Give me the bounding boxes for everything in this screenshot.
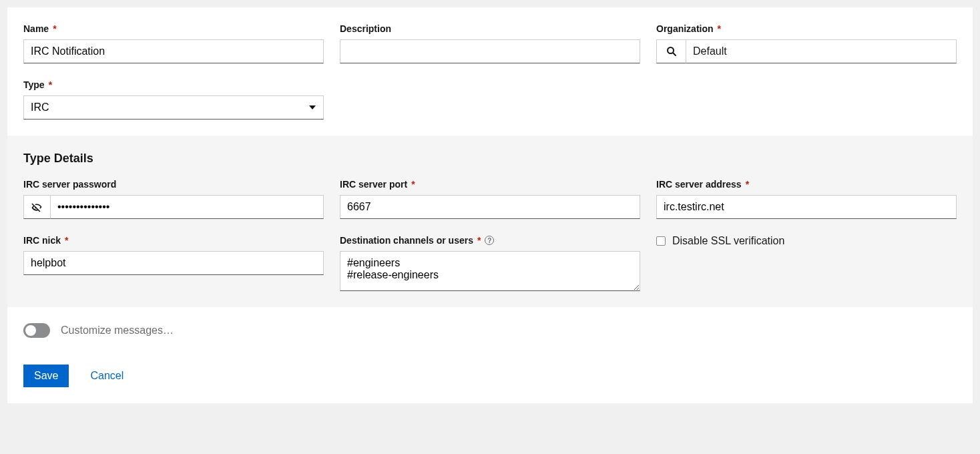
disable-ssl-label: Disable SSL verification (672, 235, 784, 247)
type-label: Type * (23, 79, 324, 90)
irc-address-field-wrapper: IRC server address * (656, 179, 957, 219)
irc-port-label: IRC server port * (340, 179, 640, 190)
eye-slash-icon (31, 201, 43, 213)
irc-password-input[interactable] (50, 195, 324, 219)
footer-section: Customize messages… Save Cancel (7, 307, 973, 403)
required-indicator: * (411, 179, 415, 190)
organization-label-text: Organization (656, 23, 714, 34)
type-field-wrapper: Type * (23, 79, 324, 120)
form-actions: Save Cancel (23, 365, 957, 387)
type-select-wrapper (23, 95, 324, 120)
notification-form-card: Name * Description Organization * (7, 7, 973, 404)
type-label-text: Type (23, 79, 45, 90)
save-button[interactable]: Save (23, 365, 69, 387)
description-label-text: Description (340, 23, 391, 34)
irc-address-label: IRC server address * (656, 179, 957, 190)
name-field-wrapper: Name * (23, 23, 324, 63)
cancel-button[interactable]: Cancel (90, 370, 124, 382)
disable-ssl-field-wrapper: Disable SSL verification (656, 235, 957, 291)
type-details-heading: Type Details (23, 152, 957, 166)
name-label-text: Name (23, 23, 49, 34)
irc-password-label-text: IRC server password (23, 179, 116, 190)
organization-value: Default (693, 45, 727, 57)
organization-lookup[interactable]: Default (686, 39, 957, 63)
name-label: Name * (23, 23, 324, 34)
description-field-wrapper: Description (340, 23, 640, 63)
irc-nick-label: IRC nick * (23, 235, 324, 246)
dest-channels-textarea[interactable] (340, 251, 640, 291)
customize-messages-label: Customize messages… (61, 324, 174, 336)
required-indicator: * (65, 235, 68, 246)
required-indicator: * (49, 79, 52, 90)
organization-input-group: Default (656, 39, 957, 63)
dest-channels-field-wrapper: Destination channels or users * ? (340, 235, 640, 291)
irc-port-field-wrapper: IRC server port * (340, 179, 640, 219)
name-input[interactable] (23, 39, 324, 63)
description-label: Description (340, 23, 640, 34)
organization-label: Organization * (656, 23, 957, 34)
irc-nick-label-text: IRC nick (23, 235, 61, 246)
required-indicator: * (53, 23, 56, 34)
help-icon[interactable]: ? (485, 236, 494, 245)
irc-nick-input[interactable] (23, 251, 324, 275)
customize-messages-toggle[interactable] (23, 323, 50, 338)
organization-search-button[interactable] (656, 39, 686, 63)
required-indicator: * (746, 179, 749, 190)
type-select[interactable] (23, 95, 324, 120)
description-input[interactable] (340, 39, 640, 63)
required-indicator: * (477, 235, 481, 246)
irc-nick-field-wrapper: IRC nick * (23, 235, 324, 291)
irc-port-input[interactable] (340, 195, 640, 219)
disable-ssl-checkbox[interactable] (656, 236, 666, 246)
irc-address-input[interactable] (656, 195, 957, 219)
type-details-section: Type Details IRC server password (7, 136, 973, 307)
irc-password-field-wrapper: IRC server password (23, 179, 324, 219)
search-icon (666, 46, 677, 57)
basic-fields-section: Name * Description Organization * (7, 7, 973, 136)
irc-port-label-text: IRC server port (340, 179, 407, 190)
irc-password-label: IRC server password (23, 179, 324, 190)
dest-channels-label: Destination channels or users * ? (340, 235, 640, 246)
required-indicator: * (718, 23, 721, 34)
organization-field-wrapper: Organization * Default (656, 23, 957, 63)
irc-password-input-group (23, 195, 324, 219)
svg-line-1 (673, 53, 676, 55)
toggle-password-visibility-button[interactable] (23, 195, 50, 219)
dest-channels-label-text: Destination channels or users (340, 235, 473, 246)
irc-address-label-text: IRC server address (656, 179, 742, 190)
customize-messages-row: Customize messages… (23, 323, 957, 338)
